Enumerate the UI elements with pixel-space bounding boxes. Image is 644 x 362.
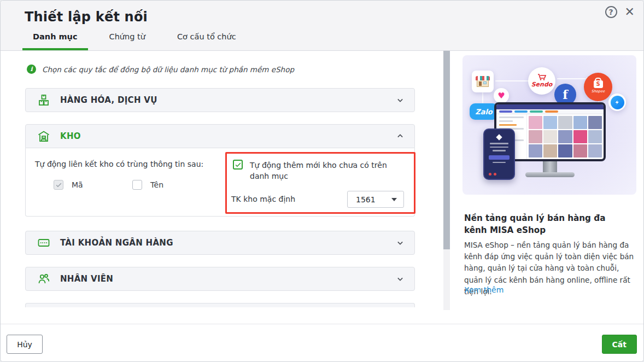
lazada-heart-icon: ♥ <box>494 88 509 103</box>
monitor-stand-neck <box>543 161 557 173</box>
nav-chip <box>545 110 558 113</box>
heart-glyph: ♥ <box>497 92 505 100</box>
sendo-icon: Sendo <box>528 67 555 95</box>
store-body <box>477 80 489 87</box>
check-icon <box>55 182 62 189</box>
store-window <box>483 81 487 84</box>
connection-setup-dialog: Thiết lập kết nối ? ✕ Danh mục Chứng từ … <box>0 0 644 362</box>
info-row: i Chọn các quy tắc để đồng bộ dữ liệu da… <box>27 65 294 74</box>
close-icon[interactable]: ✕ <box>624 6 636 18</box>
dialog-header: Thiết lập kết nối ? ✕ Danh mục Chứng từ … <box>1 1 643 51</box>
phone-login-button <box>489 155 510 160</box>
default-account-value: 1561 <box>356 195 391 204</box>
product-thumb <box>573 116 587 129</box>
employees-icon <box>37 272 50 285</box>
connector-line <box>557 78 588 79</box>
cancel-button[interactable]: Hủy <box>7 335 43 354</box>
phone-dot <box>494 173 496 176</box>
bank-card-icon <box>37 236 50 249</box>
product-thumb <box>529 130 542 143</box>
save-button[interactable]: Cất <box>602 335 637 354</box>
connector-line <box>495 80 531 81</box>
tab-danh-muc[interactable]: Danh mục <box>22 32 88 50</box>
info-icon: i <box>27 65 36 74</box>
name-checkbox-label: Tên <box>150 180 163 189</box>
page-title: Thiết lập kết nối <box>25 9 148 25</box>
store-door <box>479 81 482 86</box>
see-more-link[interactable]: Xem thêm <box>464 285 504 294</box>
product-thumb <box>588 116 602 129</box>
product-thumb <box>573 130 587 143</box>
check-icon <box>235 161 242 168</box>
mobile-phone <box>483 129 515 180</box>
auto-add-label: Tự động thêm mới kho chưa có trên danh m… <box>250 160 393 182</box>
section-bank-header[interactable]: TÀI KHOẢN NGÂN HÀNG <box>25 231 415 255</box>
product-thumb <box>573 144 587 157</box>
section-goods-header[interactable]: HÀNG HÓA, DỊCH VỤ <box>25 88 415 112</box>
phone-app-logo <box>496 134 502 140</box>
phone-dot <box>489 173 491 176</box>
shopee-initial: S <box>596 81 600 87</box>
warehouse-icon <box>37 130 50 143</box>
product-thumb <box>543 144 557 157</box>
nav-chip <box>514 110 528 113</box>
scrollbar-thumb[interactable] <box>443 51 450 249</box>
section-warehouse-label: KHO <box>60 131 395 141</box>
phone-line <box>493 162 506 164</box>
chevron-down-icon <box>395 95 406 106</box>
section-goods-label: HÀNG HÓA, DỊCH VỤ <box>60 95 395 105</box>
phone-dots <box>489 173 496 176</box>
vertical-scrollbar[interactable] <box>443 51 450 310</box>
info-text: Chọn các quy tắc để đồng bộ dữ liệu danh… <box>42 65 294 74</box>
tab-co-cau-to-chuc[interactable]: Cơ cấu tổ chức <box>167 32 247 50</box>
sidebar-line <box>499 124 517 126</box>
phone-line <box>490 147 508 148</box>
product-thumb <box>558 130 572 143</box>
checkbox-row-name: Tên <box>132 180 163 190</box>
chevron-down-icon <box>395 237 406 248</box>
checkbox-row-code: Mã <box>54 180 83 190</box>
product-grid <box>527 114 604 159</box>
shopee-icon: S Shopee <box>584 73 612 101</box>
chevron-down-icon <box>395 273 406 284</box>
default-account-select[interactable]: 1561 <box>347 191 404 208</box>
nav-chip <box>499 110 512 113</box>
promo-title: Nền tảng quản lý bán hàng đa kênh MISA e… <box>464 212 628 236</box>
pos-navbar <box>496 109 604 114</box>
nav-chip <box>530 110 543 113</box>
messenger-bolt-glyph <box>611 96 624 109</box>
product-thumb <box>558 116 572 129</box>
pos-titlebar <box>496 104 604 109</box>
goods-boxes-icon <box>37 94 50 107</box>
auto-link-label: Tự động liên kết kho có trùng thông tin … <box>35 160 203 168</box>
sidebar-line <box>499 116 524 118</box>
code-checkbox[interactable] <box>54 180 63 190</box>
auto-add-row: Tự động thêm mới kho chưa có trên danh m… <box>233 160 393 182</box>
section-employee-label: NHÂN VIÊN <box>60 274 395 284</box>
caret-down-icon <box>391 198 397 201</box>
product-thumb <box>529 144 542 157</box>
product-thumb <box>543 130 557 143</box>
store-awning <box>476 76 490 80</box>
shopee-bag-glyph: S <box>594 80 603 88</box>
sendo-cart-glyph <box>537 74 546 80</box>
section-employee-header[interactable]: NHÂN VIÊN <box>25 267 415 291</box>
sidebar-line <box>499 120 513 122</box>
name-checkbox[interactable] <box>132 180 142 190</box>
product-thumb <box>588 144 602 157</box>
section-warehouse-header[interactable]: KHO <box>25 124 415 148</box>
chevron-up-icon <box>395 131 406 142</box>
tab-chung-tu[interactable]: Chứng từ <box>99 32 156 50</box>
product-thumb <box>558 144 572 157</box>
code-checkbox-label: Mã <box>72 180 83 189</box>
section-bank-label: TÀI KHOẢN NGÂN HÀNG <box>60 238 395 248</box>
header-actions: ? ✕ <box>605 6 636 18</box>
auto-add-checkbox[interactable] <box>233 160 243 170</box>
product-thumb <box>543 116 557 129</box>
store-icon <box>472 71 494 92</box>
default-account-label: TK kho mặc định <box>231 195 295 203</box>
section-partial-header <box>25 303 415 307</box>
help-icon[interactable]: ? <box>605 6 617 18</box>
eshop-promo-illustration: Sendo ♥ Zalo f S Shopee <box>462 55 636 195</box>
zalo-label: Zalo <box>475 108 493 116</box>
